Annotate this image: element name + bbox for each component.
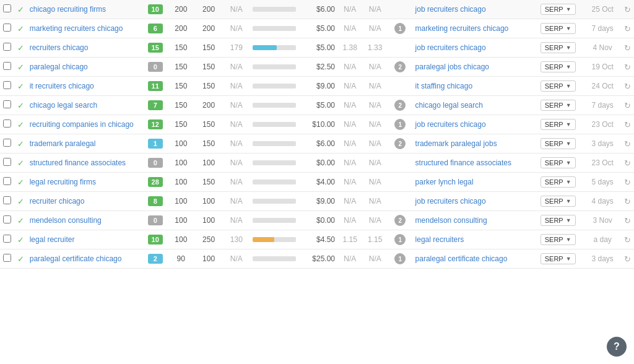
serp-button[interactable]: SERP ▼: [541, 176, 576, 188]
serp-button[interactable]: SERP ▼: [541, 234, 576, 245]
row-checkbox[interactable]: [0, 58, 14, 77]
row-checkbox[interactable]: [0, 154, 14, 173]
refresh-icon[interactable]: ↻: [624, 120, 631, 129]
serp-button[interactable]: SERP ▼: [541, 253, 576, 264]
serp-button[interactable]: SERP ▼: [541, 215, 576, 226]
refresh-cell[interactable]: ↻: [621, 58, 635, 77]
serp-cell[interactable]: SERP ▼: [532, 77, 584, 96]
row-checkbox[interactable]: [0, 0, 14, 19]
keyword-link[interactable]: paralegal certificate chicago: [30, 254, 122, 263]
serp-cell[interactable]: SERP ▼: [532, 115, 584, 134]
serp-label: SERP: [545, 121, 563, 128]
serp-cell[interactable]: SERP ▼: [532, 154, 584, 173]
refresh-cell[interactable]: ↻: [621, 0, 635, 19]
refresh-cell[interactable]: ↻: [621, 192, 635, 211]
serp-cell[interactable]: SERP ▼: [532, 96, 584, 115]
keyword-link[interactable]: legal recruiter: [30, 235, 75, 244]
refresh-icon[interactable]: ↻: [624, 178, 631, 187]
refresh-cell[interactable]: ↻: [621, 173, 635, 192]
keyword-link[interactable]: structured finance associates: [30, 158, 126, 167]
row-checkbox[interactable]: [0, 192, 14, 211]
refresh-icon[interactable]: ↻: [624, 101, 631, 110]
row-checkbox[interactable]: [0, 19, 14, 38]
refresh-icon[interactable]: ↻: [624, 216, 631, 225]
refresh-cell[interactable]: ↻: [621, 77, 635, 96]
target-link[interactable]: job recruiters chicago: [415, 197, 486, 206]
target-link[interactable]: legal recruiters: [415, 235, 464, 244]
target-link[interactable]: trademark paralegal jobs: [415, 139, 497, 148]
refresh-icon[interactable]: ↻: [624, 5, 631, 14]
target-link[interactable]: structured finance associates: [415, 158, 511, 167]
serp-button[interactable]: SERP ▼: [541, 119, 576, 130]
serp-button[interactable]: SERP ▼: [541, 100, 576, 111]
refresh-cell[interactable]: ↻: [621, 211, 635, 230]
row-checkbox[interactable]: [0, 96, 14, 115]
serp-button[interactable]: SERP ▼: [541, 4, 576, 15]
target-link[interactable]: paralegal certificate chicago: [415, 254, 508, 263]
serp-button[interactable]: SERP ▼: [541, 23, 576, 34]
target-link[interactable]: mendelson consulting: [415, 216, 487, 225]
refresh-icon[interactable]: ↻: [624, 235, 631, 245]
row-checkbox[interactable]: [0, 134, 14, 154]
row-checkbox[interactable]: [0, 115, 14, 134]
refresh-cell[interactable]: ↻: [621, 249, 635, 269]
serp-button[interactable]: SERP ▼: [541, 157, 576, 168]
target-link[interactable]: marketing recruiters chicago: [415, 24, 509, 33]
keyword-link[interactable]: it recruiters chicago: [30, 82, 94, 90]
serp-button[interactable]: SERP ▼: [541, 196, 576, 207]
keyword-link[interactable]: chicago legal search: [30, 101, 97, 110]
refresh-icon[interactable]: ↻: [624, 24, 631, 33]
serp-button[interactable]: SERP ▼: [541, 80, 576, 92]
keyword-link[interactable]: trademark paralegal: [30, 139, 96, 148]
target-link[interactable]: chicago legal search: [415, 101, 483, 110]
target-link[interactable]: parker lynch legal: [415, 178, 474, 186]
refresh-cell[interactable]: ↻: [621, 230, 635, 249]
refresh-icon[interactable]: ↻: [624, 43, 631, 53]
serp-cell[interactable]: SERP ▼: [532, 38, 584, 58]
serp-cell[interactable]: SERP ▼: [532, 249, 584, 269]
keyword-link[interactable]: recruiter chicago: [30, 197, 85, 206]
row-checkbox[interactable]: [0, 173, 14, 192]
refresh-icon[interactable]: ↻: [624, 254, 631, 264]
serp-cell[interactable]: SERP ▼: [532, 211, 584, 230]
row-checkbox[interactable]: [0, 77, 14, 96]
row-checkbox[interactable]: [0, 230, 14, 249]
check-icon: ✓: [17, 158, 24, 168]
refresh-cell[interactable]: ↻: [621, 154, 635, 173]
target-link[interactable]: job recruiters chicago: [415, 43, 486, 52]
keyword-link[interactable]: marketing recruiters chicago: [30, 24, 123, 33]
refresh-icon[interactable]: ↻: [624, 139, 631, 149]
serp-button[interactable]: SERP ▼: [541, 42, 576, 53]
refresh-cell[interactable]: ↻: [621, 134, 635, 154]
keyword-link[interactable]: recruiters chicago: [30, 43, 89, 52]
refresh-icon[interactable]: ↻: [624, 158, 631, 168]
row-checkbox[interactable]: [0, 38, 14, 58]
serp-cell[interactable]: SERP ▼: [532, 230, 584, 249]
serp-cell[interactable]: SERP ▼: [532, 19, 584, 38]
row-checkbox[interactable]: [0, 211, 14, 230]
keyword-link[interactable]: mendelson consulting: [30, 216, 102, 225]
serp-cell[interactable]: SERP ▼: [532, 58, 584, 77]
refresh-cell[interactable]: ↻: [621, 19, 635, 38]
serp-cell[interactable]: SERP ▼: [532, 134, 584, 154]
serp-cell[interactable]: SERP ▼: [532, 192, 584, 211]
target-link[interactable]: job recruiters chicago: [415, 5, 486, 14]
serp-cell[interactable]: SERP ▼: [532, 0, 584, 19]
refresh-icon[interactable]: ↻: [624, 197, 631, 206]
target-link[interactable]: it staffing chicago: [415, 82, 473, 90]
serp-button[interactable]: SERP ▼: [541, 61, 576, 72]
row-checkbox[interactable]: [0, 249, 14, 269]
refresh-cell[interactable]: ↻: [621, 115, 635, 134]
refresh-cell[interactable]: ↻: [621, 96, 635, 115]
refresh-icon[interactable]: ↻: [624, 63, 631, 72]
serp-button[interactable]: SERP ▼: [541, 138, 576, 149]
keyword-link[interactable]: paralegal chicago: [30, 63, 88, 71]
keyword-link[interactable]: legal recruiting firms: [30, 178, 96, 186]
target-link[interactable]: job recruiters chicago: [415, 120, 486, 129]
refresh-cell[interactable]: ↻: [621, 38, 635, 58]
refresh-icon[interactable]: ↻: [624, 82, 631, 91]
target-link[interactable]: paralegal jobs chicago: [415, 63, 489, 71]
keyword-link[interactable]: recruiting companies in chicago: [30, 120, 134, 129]
keyword-link[interactable]: chicago recruiting firms: [30, 5, 106, 14]
serp-cell[interactable]: SERP ▼: [532, 173, 584, 192]
